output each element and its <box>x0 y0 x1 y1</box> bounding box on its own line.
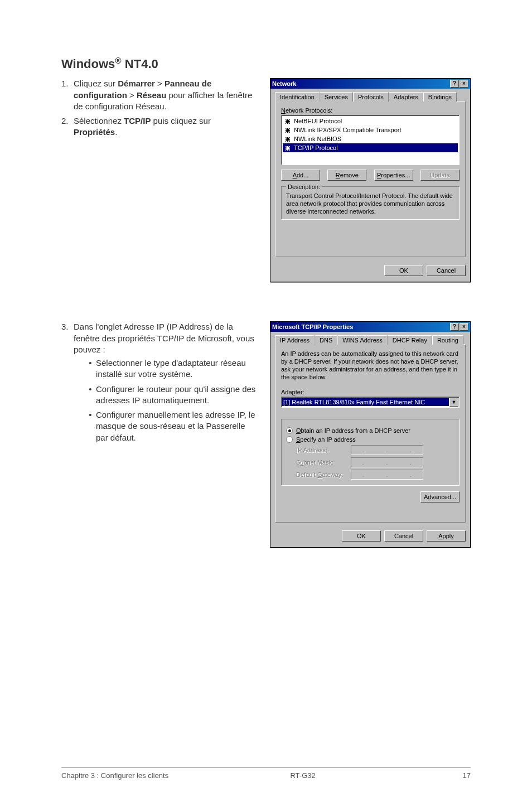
tab-dhcp-relay[interactable]: DHCP Relay <box>388 335 432 345</box>
list-item[interactable]: 🞽NWLink NetBIOS <box>283 134 458 143</box>
dialog2-intro: An IP address can be automatically assig… <box>281 350 460 381</box>
tab-wins-address[interactable]: WINS Address <box>337 335 388 345</box>
list-item: 3.Dans l'onglet Adresse IP (IP Address) … <box>61 321 257 447</box>
instructions-bottom: 3.Dans l'onglet Adresse IP (IP Address) … <box>61 321 257 447</box>
description-group: Description: Transport Control Protocol/… <box>281 186 460 219</box>
network-protocols-label: Network Protocols: <box>281 107 460 114</box>
footer-left: Chapitre 3 : Configurer les clients <box>61 771 168 780</box>
dialog1-tabs: IdentificationServicesProtocolsAdaptersB… <box>275 92 466 102</box>
protocols-listbox[interactable]: 🞽NetBEUI Protocol🞽NWLink IPX/SPX Compati… <box>281 115 460 165</box>
tcpip-dialog: Microsoft TCP/IP Properties ? × IP Addre… <box>270 321 471 548</box>
properties-button[interactable]: Properties... <box>374 170 413 181</box>
radio-specify-label: Specify an IP address <box>296 436 356 443</box>
dialog1-titlebar: Network ? × <box>270 79 470 89</box>
tab-dns[interactable]: DNS <box>315 335 337 345</box>
description-text: Transport Control Protocol/Internet Prot… <box>286 192 454 215</box>
radio-obtain[interactable]: Obtain an IP address from a DHCP server <box>286 427 454 434</box>
ip-group: Obtain an IP address from a DHCP server … <box>281 419 460 486</box>
ok-button[interactable]: OK <box>384 265 423 276</box>
subnet-mask-input: ... <box>351 457 423 467</box>
protocol-icon: 🞽 <box>284 117 292 125</box>
list-item: •Sélectionner le type d'adaptateur résea… <box>85 357 257 380</box>
tab-bindings[interactable]: Bindings <box>423 92 457 102</box>
dialog1-title: Network <box>272 80 296 87</box>
cancel-button[interactable]: Cancel <box>427 265 466 276</box>
radio-icon <box>286 436 293 443</box>
page-heading: Windows® NT4.0 <box>61 56 471 71</box>
footer-page: 17 <box>437 771 471 780</box>
protocol-icon: 🞽 <box>284 126 292 134</box>
help-icon[interactable]: ? <box>450 80 459 88</box>
close-icon[interactable]: × <box>460 323 468 331</box>
update-button: Update <box>420 170 460 181</box>
footer-center: RT-G32 <box>290 771 315 780</box>
default-gateway-input: ... <box>351 470 423 480</box>
instructions-top: 1.Cliquez sur Démarrer > Panneau de conf… <box>61 78 257 138</box>
adapter-selected: [1] Realtek RTL8139/810x Family Fast Eth… <box>282 398 449 406</box>
ip-address-label: IP Address: <box>296 447 346 453</box>
ok-button[interactable]: OK <box>342 530 381 542</box>
adapter-combobox[interactable]: [1] Realtek RTL8139/810x Family Fast Eth… <box>281 397 460 408</box>
add-button[interactable]: Add... <box>281 170 320 181</box>
list-item: •Configurer le routeur pour qu'il assign… <box>85 384 257 407</box>
advanced-button[interactable]: Advanced... <box>420 491 460 503</box>
tab-services[interactable]: Services <box>320 92 353 102</box>
tab-adapters[interactable]: Adapters <box>389 92 423 102</box>
default-gateway-label: Default Gateway: <box>296 471 346 478</box>
dialog2-tabs: IP AddressDNSWINS AddressDHCP RelayRouti… <box>275 335 466 345</box>
protocol-icon: 🞽 <box>284 144 292 152</box>
list-item: •Configurer manuellement les adresse IP,… <box>85 409 257 443</box>
close-icon[interactable]: × <box>460 80 468 88</box>
list-item: 1.Cliquez sur Démarrer > Panneau de conf… <box>61 78 257 112</box>
list-item[interactable]: 🞽TCP/IP Protocol <box>283 143 458 152</box>
apply-button[interactable]: Apply <box>427 530 466 542</box>
adapter-label: Adapter: <box>281 389 460 395</box>
tab-identification[interactable]: Identification <box>275 92 320 102</box>
description-label: Description: <box>286 183 322 190</box>
cancel-button[interactable]: Cancel <box>384 530 423 542</box>
list-item[interactable]: 🞽NetBEUI Protocol <box>283 117 458 125</box>
radio-obtain-label: Obtain an IP address from a DHCP server <box>296 427 410 434</box>
dialog2-title: Microsoft TCP/IP Properties <box>272 323 353 330</box>
help-icon[interactable]: ? <box>450 323 459 331</box>
ip-address-input: ... <box>351 445 423 455</box>
radio-icon <box>286 427 293 434</box>
dialog2-titlebar: Microsoft TCP/IP Properties ? × <box>270 322 470 332</box>
protocol-icon: 🞽 <box>284 135 292 143</box>
tab-ip-address[interactable]: IP Address <box>275 335 315 345</box>
list-item: 2.Sélectionnez TCP/IP puis cliquez sur P… <box>61 115 257 138</box>
subnet-mask-label: Subnet Mask: <box>296 459 346 466</box>
network-dialog: Network ? × IdentificationServicesProtoc… <box>270 78 471 282</box>
radio-specify[interactable]: Specify an IP address <box>286 436 454 443</box>
tab-protocols[interactable]: Protocols <box>353 92 389 102</box>
remove-button[interactable]: Remove <box>327 170 366 181</box>
list-item[interactable]: 🞽NWLink IPX/SPX Compatible Transport <box>283 125 458 134</box>
page-footer: Chapitre 3 : Configurer les clients RT-G… <box>61 767 471 780</box>
chevron-down-icon[interactable]: ▼ <box>449 398 458 407</box>
tab-routing[interactable]: Routing <box>432 335 463 345</box>
